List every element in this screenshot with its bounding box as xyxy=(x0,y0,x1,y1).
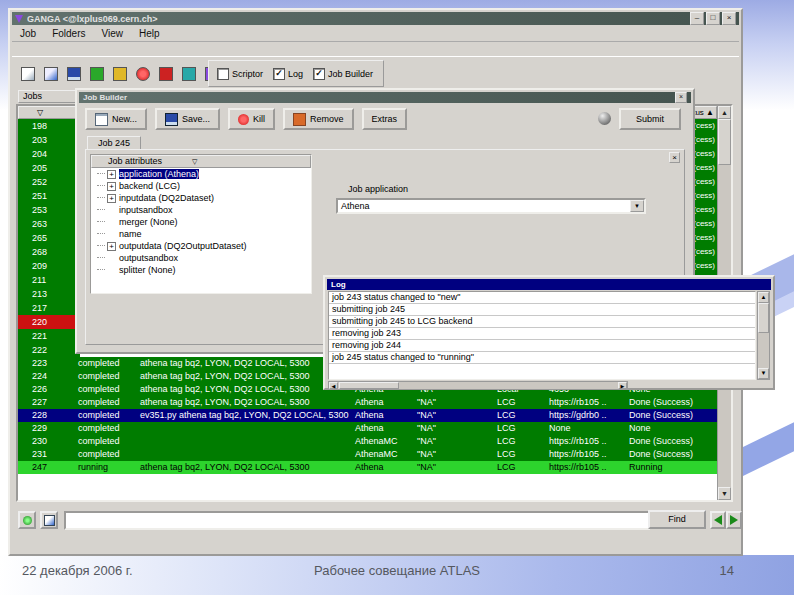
log-checkbox-icon[interactable]: ✓ xyxy=(273,68,285,80)
chevron-down-icon[interactable]: ▼ xyxy=(630,200,644,212)
scroll-right-icon[interactable]: ▶ xyxy=(618,382,627,389)
save-jobs-icon[interactable] xyxy=(64,64,84,84)
tree-expander-icon[interactable]: + xyxy=(107,182,116,191)
extras-button[interactable]: Extras xyxy=(362,108,408,130)
job-id-cell[interactable]: 217 xyxy=(18,301,80,315)
scroll-left-icon[interactable]: ◀ xyxy=(329,382,338,389)
job-attribute-item[interactable]: +backend (LCG) xyxy=(91,180,311,192)
job-id-cell[interactable]: 203 xyxy=(18,133,80,147)
remove-icon xyxy=(293,113,306,126)
menu-folders[interactable]: Folders xyxy=(52,28,85,39)
new-button[interactable]: New... xyxy=(85,108,147,130)
attribute-label: application (Athena) xyxy=(119,169,199,179)
maximize-icon[interactable]: □ xyxy=(706,12,720,25)
refresh-icon[interactable] xyxy=(18,511,36,529)
scroll-down-icon[interactable]: ▼ xyxy=(758,368,769,379)
job-attributes-header[interactable]: Job attributes ▽ xyxy=(91,155,311,168)
log-titlebar[interactable]: Log xyxy=(327,279,771,290)
job-id-cell[interactable]: 253 xyxy=(18,203,80,217)
edit-filter-icon[interactable] xyxy=(40,511,58,529)
job-id: 226 xyxy=(18,383,74,396)
close-icon[interactable]: × xyxy=(675,92,687,103)
log-window: Log job 243 status changed to "new" subm… xyxy=(323,275,775,390)
log-horizontal-scrollbar[interactable]: ◀ ▶ xyxy=(328,381,628,390)
job-id-cell[interactable]: 209 xyxy=(18,259,80,273)
scriptor-checkbox-icon[interactable] xyxy=(217,68,229,80)
job-id-cell[interactable]: 222 xyxy=(18,343,80,357)
tree-expander-icon[interactable]: + xyxy=(107,194,116,203)
job-id-cell[interactable]: 263 xyxy=(18,217,80,231)
job-builder-checkbox-icon[interactable]: ✓ xyxy=(313,68,325,80)
copy-job-icon[interactable] xyxy=(41,64,61,84)
submit-job-icon[interactable] xyxy=(87,64,107,84)
job-name: athena tag bq2, LYON, DQ2 LOCAL, 5300 xyxy=(136,461,351,474)
table-row[interactable]: 229completedAthena"NA"LCGNoneNone xyxy=(18,422,717,435)
job-id-cell-failed[interactable]: 220 xyxy=(18,315,80,329)
table-row[interactable]: 227completedathena tag bq2, LYON, DQ2 LO… xyxy=(18,396,717,409)
job-attribute-item[interactable]: outputsandbox xyxy=(91,252,311,264)
save-disk-icon xyxy=(165,113,178,126)
job-id-cell[interactable]: 221 xyxy=(18,329,80,343)
job-id-cell[interactable]: 198 xyxy=(18,119,80,133)
job-attribute-item[interactable]: name xyxy=(91,228,311,240)
job-attribute-item[interactable]: +outputdata (DQ2OutputDataset) xyxy=(91,240,311,252)
tree-branch-line xyxy=(97,233,105,235)
checkbox-scriptor[interactable]: Scriptor xyxy=(217,68,263,80)
job-status: running xyxy=(74,461,136,474)
job-id-cell[interactable]: 211 xyxy=(18,273,80,287)
scriptor-icon[interactable] xyxy=(110,64,130,84)
job-id-cell[interactable]: 213 xyxy=(18,287,80,301)
job-id-cell[interactable]: 205 xyxy=(18,161,80,175)
job-attribute-item[interactable]: +application (Athena) xyxy=(91,168,311,180)
scrollbar-thumb[interactable] xyxy=(758,303,769,333)
table-row[interactable]: 230completedAthenaMC"NA"LCGhttps://rb105… xyxy=(18,435,717,448)
job-id-cell[interactable]: 252 xyxy=(18,175,80,189)
job-attribute-item[interactable]: merger (None) xyxy=(91,216,311,228)
job-builder-titlebar[interactable]: Job Builder × xyxy=(79,92,691,103)
detach-panel-icon[interactable]: × xyxy=(669,152,680,163)
jobs-id-column-header[interactable]: ▽ xyxy=(18,106,80,119)
checkbox-job-builder[interactable]: ✓ Job Builder xyxy=(313,68,373,80)
job-attribute-item[interactable]: splitter (None) xyxy=(91,264,311,276)
table-row-selected[interactable]: 228completedev351.py athena tag bq2, LYO… xyxy=(18,409,717,422)
attribute-label: inputdata (DQ2Dataset) xyxy=(119,193,214,203)
table-row[interactable]: 231completedAthenaMC"NA"LCGhttps://rb105… xyxy=(18,448,717,461)
tree-expander-icon[interactable]: + xyxy=(107,242,116,251)
minimize-icon[interactable]: – xyxy=(690,12,704,25)
find-input[interactable] xyxy=(64,511,650,530)
job-attribute-item[interactable]: +inputdata (DQ2Dataset) xyxy=(91,192,311,204)
menu-view[interactable]: View xyxy=(101,28,123,39)
nav-back-icon[interactable] xyxy=(710,511,726,529)
window-titlebar[interactable]: GANGA <@lxplus069.cern.ch> – □ × xyxy=(12,12,739,25)
close-icon[interactable]: × xyxy=(722,12,736,25)
job-id-cell[interactable]: 251 xyxy=(18,189,80,203)
scroll-up-icon[interactable]: ▲ xyxy=(718,106,731,119)
scrollbar-thumb[interactable] xyxy=(718,119,731,165)
application-select[interactable]: Athena ▼ xyxy=(336,198,646,214)
save-button[interactable]: Save... xyxy=(155,108,220,130)
job-id-cell[interactable]: 204 xyxy=(18,147,80,161)
scrollbar-thumb[interactable] xyxy=(339,382,399,389)
job-id-cell[interactable]: 265 xyxy=(18,231,80,245)
scroll-up-icon[interactable]: ▲ xyxy=(758,292,769,303)
find-button[interactable]: Find xyxy=(648,510,706,529)
menu-help[interactable]: Help xyxy=(139,28,160,39)
remove-job-icon[interactable] xyxy=(156,64,176,84)
new-page-icon xyxy=(95,113,108,126)
submit-button[interactable]: Submit xyxy=(619,108,681,130)
tree-expander-icon[interactable]: + xyxy=(107,170,116,179)
kill-job-icon[interactable] xyxy=(133,64,153,84)
scroll-down-icon[interactable]: ▼ xyxy=(718,487,731,500)
new-job-icon[interactable] xyxy=(18,64,38,84)
job-attribute-item[interactable]: inputsandbox xyxy=(91,204,311,216)
kill-button[interactable]: Kill xyxy=(228,108,275,130)
job-id-cell[interactable]: 268 xyxy=(18,245,80,259)
log-vertical-scrollbar[interactable]: ▲ ▼ xyxy=(757,291,770,380)
table-row-running[interactable]: 247runningathena tag bq2, LYON, DQ2 LOCA… xyxy=(18,461,717,474)
remove-button[interactable]: Remove xyxy=(283,108,354,130)
nav-forward-icon[interactable] xyxy=(726,511,742,529)
menu-job[interactable]: Job xyxy=(20,28,36,39)
remove-job-glyph xyxy=(159,67,173,81)
monitoring-icon[interactable] xyxy=(179,64,199,84)
checkbox-log[interactable]: ✓ Log xyxy=(273,68,303,80)
